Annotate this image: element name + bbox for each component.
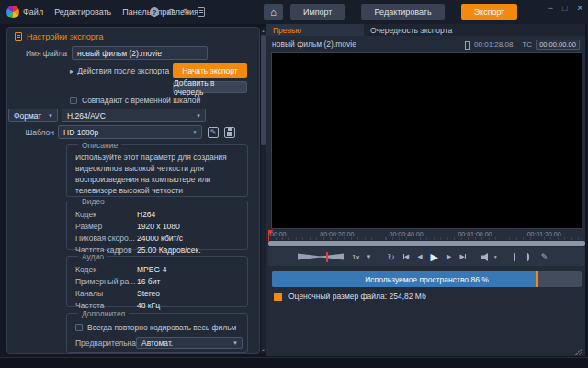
menu-file[interactable]: Файл xyxy=(23,7,43,17)
video-fieldset: Видео КодекH264 Размер1920 x 1080 Пикова… xyxy=(66,201,248,250)
match-timeline-label: Совпадают с временной шкалой xyxy=(82,96,200,105)
play-button[interactable]: ▶ xyxy=(431,251,438,263)
video-size-label: Размер xyxy=(75,222,137,231)
previous-frame-button[interactable]: ◀ xyxy=(417,253,422,260)
skip-to-end-button[interactable]: ▶ xyxy=(459,253,465,260)
snapshot-pen-icon[interactable]: ✎ xyxy=(541,252,548,261)
close-button[interactable]: ✕ xyxy=(576,4,583,13)
shuttle-handle[interactable] xyxy=(326,252,328,262)
app-logo-icon xyxy=(6,6,19,18)
mark-out-icon[interactable] xyxy=(526,253,529,261)
next-frame-button[interactable]: ▶ xyxy=(447,253,451,260)
playhead-marker[interactable] xyxy=(268,230,275,241)
redo-icon[interactable]: ↷ xyxy=(182,7,190,17)
format-value-dropdown[interactable]: H.264/AVC ▼ xyxy=(62,109,206,122)
reencode-checkbox[interactable] xyxy=(75,324,83,331)
audio-freq-value: 48 кГц xyxy=(137,301,160,310)
estimated-size-row: Оценочный размер файла: 254,82 Мб xyxy=(274,292,426,301)
mark-in-icon[interactable] xyxy=(514,253,517,261)
format-dropdown-label: Формат xyxy=(14,111,41,121)
add-to-queue-button[interactable]: Добавить в очередь xyxy=(173,81,247,93)
description-legend: Описание xyxy=(78,141,121,150)
volume-button[interactable]: ▼ xyxy=(481,253,498,261)
range-brackets-icon xyxy=(465,41,470,48)
format-dropdown[interactable]: Формат ▼ xyxy=(8,109,58,122)
undo-icon[interactable]: ↶ xyxy=(166,7,175,17)
skip-to-start-button[interactable]: ◀ xyxy=(403,253,409,260)
tab-export-queue[interactable]: Очередность экспорта xyxy=(364,24,585,36)
settings-scrollbar[interactable]: ▲ ▼ xyxy=(261,28,266,353)
video-codec-row: КодекH264 xyxy=(67,208,247,220)
audio-fieldset: Аудио КодекMPEG-4 Примерный ра...16 бит … xyxy=(66,256,248,307)
edit-template-icon[interactable]: ✎ xyxy=(208,127,219,138)
chevron-down-icon: ▼ xyxy=(232,340,238,346)
shuttle-speed-slider[interactable] xyxy=(298,252,344,262)
scrollbar-thumb[interactable] xyxy=(261,35,266,145)
audio-legend: Аудио xyxy=(78,252,107,261)
main-nav-tabs: Импорт Редактировать Экспорт xyxy=(290,4,517,20)
audio-freq-label: Частота xyxy=(75,301,137,310)
video-codec-label: Кодек xyxy=(75,210,137,219)
match-timeline-checkbox[interactable] xyxy=(70,97,77,104)
titlebar-icons: ? ↶ ↷ xyxy=(150,0,205,24)
export-settings-header: Настройки экспорта xyxy=(15,32,103,41)
tab-preview[interactable]: Превью xyxy=(266,24,364,36)
titlebar: Файл Редактировать Панель управления ? ↶… xyxy=(0,0,588,24)
ruler-tick: 00:00:20.00 xyxy=(320,231,354,237)
preset-value: Автомат. xyxy=(141,339,173,348)
video-codec-value: H264 xyxy=(137,210,155,219)
reencode-label: Всегда повторно кодировать весь фильм xyxy=(87,323,236,332)
resize-grip[interactable] xyxy=(575,349,582,355)
preset-row: Предварительна Автомат. ▼ xyxy=(67,332,247,349)
description-fieldset: Описание Используйте этот параметр для с… xyxy=(66,144,248,197)
audio-channels-row: КаналыStereo xyxy=(67,287,247,299)
tab-import[interactable]: Импорт xyxy=(290,4,345,20)
additional-fieldset: Дополнител Всегда повторно кодировать ве… xyxy=(66,313,248,353)
home-button[interactable]: ⌂ xyxy=(264,4,283,20)
preview-panel: Превью Очередность экспорта новый фильм … xyxy=(266,24,585,356)
timeline-ruler[interactable]: 00:00 00:00:20.00 00:00:40.00 00:01:00.0… xyxy=(268,230,585,240)
clip-info-row: новый фильм (2).movie 00:01:28.08 TC 00.… xyxy=(266,36,585,52)
preset-dropdown[interactable]: Автомат. ▼ xyxy=(136,337,243,349)
filename-input[interactable]: новый фильм (2).movie xyxy=(72,46,208,60)
audio-samplesize-row: Примерный ра...16 бит xyxy=(67,275,247,287)
video-preview-area[interactable] xyxy=(271,52,582,229)
ruler-tick: 00:01:00.00 xyxy=(458,231,492,237)
video-bitrate-row: Пиковая скоро...24000 кбит/с xyxy=(67,232,247,244)
match-timeline-row: Совпадают с временной шкалой xyxy=(70,96,200,105)
tc-label: TC xyxy=(522,40,532,49)
ruler-tick: 00:00:40.00 xyxy=(390,231,424,237)
audio-codec-row: КодекMPEG-4 xyxy=(67,263,247,275)
window-controls: − □ ✕ xyxy=(548,4,583,13)
video-bitrate-value: 24000 кбит/с xyxy=(137,234,183,243)
tab-export[interactable]: Экспорт xyxy=(461,4,518,20)
timeline-scrollbar[interactable] xyxy=(268,241,585,246)
loop-icon[interactable]: ↻ xyxy=(387,252,394,262)
timecode-input[interactable]: 00.00.00.00 xyxy=(536,40,580,50)
audio-codec-value: MPEG-4 xyxy=(137,265,167,274)
maximize-button[interactable]: □ xyxy=(562,4,567,13)
preview-tabs: Превью Очередность экспорта xyxy=(266,24,585,36)
template-dropdown[interactable]: HD 1080p ▼ xyxy=(58,125,202,139)
estimated-size-label: Оценочный размер файла: 254,82 Мб xyxy=(288,292,426,301)
start-export-button[interactable]: Начать экспорт xyxy=(173,63,247,78)
minimize-button[interactable]: − xyxy=(548,4,553,13)
menu-edit[interactable]: Редактировать xyxy=(54,7,111,17)
post-export-actions[interactable]: ▸ Действия после экспорта xyxy=(70,66,173,75)
ruler-tick: 00:01:20.00 xyxy=(527,231,561,237)
export-settings-title: Настройки экспорта xyxy=(27,32,103,41)
new-document-icon[interactable] xyxy=(198,7,205,17)
template-label: Шаблон xyxy=(8,128,58,137)
tab-edit[interactable]: Редактировать xyxy=(361,4,444,20)
scroll-up-icon[interactable]: ▲ xyxy=(261,29,266,33)
chevron-down-icon: ▼ xyxy=(196,113,201,119)
export-settings-panel: Настройки экспорта Имя файла новый фильм… xyxy=(6,27,260,354)
scroll-down-icon[interactable]: ▼ xyxy=(261,348,266,352)
format-row: Формат ▼ H.264/AVC ▼ xyxy=(8,109,249,122)
chevron-down-icon: ▼ xyxy=(192,130,198,135)
help-icon[interactable]: ? xyxy=(150,7,159,17)
shuttle-track xyxy=(298,253,344,261)
save-template-icon[interactable] xyxy=(224,127,235,138)
clip-name: новый фильм (2).movie xyxy=(272,40,356,49)
speed-dropdown[interactable]: 1x ▼ xyxy=(352,253,371,261)
